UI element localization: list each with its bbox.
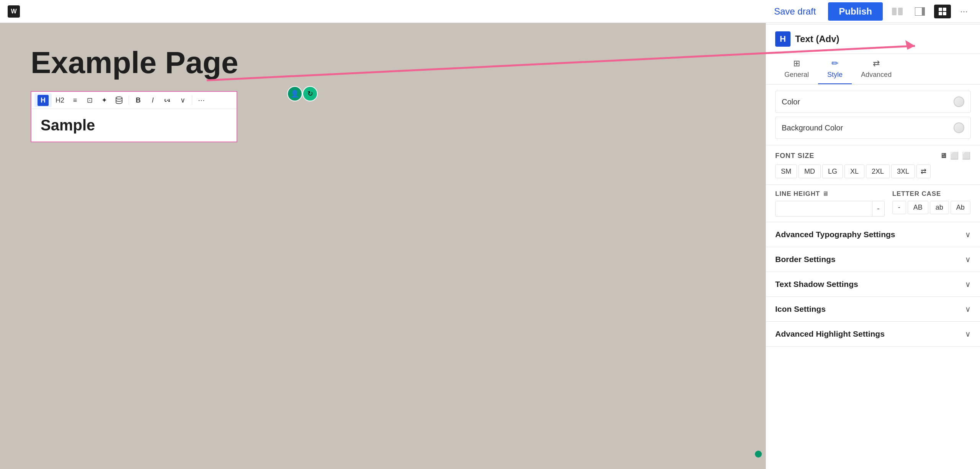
size-md-button[interactable]: MD: [799, 164, 821, 178]
toolbar-link-button[interactable]: [160, 93, 175, 107]
svg-rect-7: [943, 12, 946, 15]
toolbar-italic-button[interactable]: I: [146, 93, 160, 107]
toolbar-bold-button[interactable]: B: [131, 93, 145, 107]
avatar-1: 👤: [287, 86, 302, 101]
sidebar-toggle-button[interactable]: [912, 4, 928, 19]
wordpress-icon: W: [8, 5, 20, 18]
style-tab-icon: ✏: [831, 59, 838, 68]
block-type-icon: H: [775, 31, 791, 47]
color-option[interactable]: Color: [775, 91, 971, 113]
svg-rect-3: [922, 7, 925, 16]
style-tab-label: Style: [827, 71, 843, 79]
toolbar-db-button[interactable]: [112, 93, 126, 107]
advanced-highlight-settings-section[interactable]: Advanced Highlight Settings ∨: [766, 322, 980, 347]
toolbar-more-button[interactable]: ⋯: [194, 93, 208, 107]
size-3xl-button[interactable]: 3XL: [891, 164, 915, 178]
text-shadow-settings-section[interactable]: Text Shadow Settings ∨: [766, 272, 980, 297]
icon-settings-section[interactable]: Icon Settings ∨: [766, 297, 980, 322]
avatar-2: ↻: [302, 86, 318, 101]
toolbar-h2-button[interactable]: H2: [52, 93, 67, 107]
case-lowercase-button[interactable]: ab: [930, 201, 949, 214]
publish-button[interactable]: Publish: [828, 2, 883, 21]
general-tab-icon: ⊞: [793, 59, 800, 68]
svg-rect-6: [939, 12, 942, 15]
tab-advanced[interactable]: ⇄ Advanced: [852, 54, 901, 84]
font-size-icons: 🖥 ⬜ ⬜: [940, 151, 971, 160]
letter-case-group: LETTER CASE - AB ab Ab: [892, 190, 971, 214]
case-minus-button[interactable]: -: [892, 201, 906, 214]
line-height-letter-case-section: LINE HEIGHT 🖥 - LETTER CASE - AB ab Ab: [766, 185, 980, 222]
toolbar-h-button[interactable]: H: [34, 93, 52, 107]
block-type-label: Text (Adv): [795, 34, 840, 44]
chevron-down-icon-2: ∨: [965, 280, 971, 289]
line-height-input-row: -: [775, 201, 885, 217]
advanced-tab-icon: ⇄: [873, 59, 880, 68]
h-icon: H: [38, 95, 49, 106]
chevron-down-icon-4: ∨: [965, 329, 971, 339]
chevron-down-icon-1: ∨: [965, 255, 971, 264]
green-dot: [755, 451, 762, 458]
svg-rect-4: [939, 8, 942, 11]
general-tab-label: General: [784, 71, 809, 79]
tablet-icon: ⬜: [950, 151, 959, 160]
canvas-area: Example Page H H2 ≡ ⊡ ✦ B I: [0, 23, 766, 469]
size-custom-button[interactable]: ⇄: [916, 164, 931, 178]
background-color-swatch: [954, 122, 964, 133]
size-2xl-button[interactable]: 2XL: [866, 164, 890, 178]
size-buttons: SM MD LG XL 2XL 3XL ⇄: [775, 164, 971, 178]
advanced-typography-label: Advanced Typography Settings: [775, 230, 895, 239]
save-draft-button[interactable]: Save draft: [768, 3, 822, 20]
case-capitalize-button[interactable]: Ab: [951, 201, 970, 214]
block-editor: H H2 ≡ ⊡ ✦ B I: [31, 91, 237, 142]
toolbar-sparkle-button[interactable]: ✦: [97, 93, 111, 107]
more-options-button[interactable]: ⋯: [957, 4, 971, 19]
letter-case-buttons: - AB ab Ab: [892, 201, 971, 214]
tab-general[interactable]: ⊞ General: [775, 54, 818, 84]
letter-case-label: LETTER CASE: [892, 190, 971, 198]
toolbar-align-button[interactable]: ≡: [68, 93, 82, 107]
line-height-input[interactable]: [776, 202, 872, 216]
svg-rect-1: [898, 8, 903, 15]
svg-rect-0: [892, 8, 897, 15]
desktop-icon: 🖥: [940, 152, 947, 160]
font-size-label: FONT SIZE 🖥 ⬜ ⬜: [775, 151, 971, 160]
case-uppercase-button[interactable]: AB: [908, 201, 928, 214]
border-settings-label: Border Settings: [775, 255, 836, 264]
size-sm-button[interactable]: SM: [775, 164, 797, 178]
line-height-device-icon: 🖥: [822, 191, 829, 197]
chevron-down-icon-0: ∨: [965, 230, 971, 239]
toolbar-divider-2: [192, 96, 192, 105]
topbar: W Save draft Publish ⋯: [0, 0, 980, 23]
sidebar-icon: [915, 7, 925, 16]
view-toggle-button[interactable]: [889, 5, 906, 18]
style-tabs: ⊞ General ✏ Style ⇄ Advanced: [766, 54, 980, 85]
size-xl-button[interactable]: XL: [844, 164, 864, 178]
background-color-option[interactable]: Background Color: [775, 117, 971, 139]
block-icon-button[interactable]: [934, 5, 951, 18]
line-height-minus-button[interactable]: -: [872, 201, 884, 216]
toolbar-down-button[interactable]: ∨: [176, 93, 189, 107]
block-icon: [938, 7, 947, 16]
chevron-down-icon-3: ∨: [965, 305, 971, 314]
color-swatch: [954, 96, 964, 107]
block-content[interactable]: Sample: [31, 109, 237, 142]
tab-style[interactable]: ✏ Style: [818, 54, 852, 84]
view-icon: [892, 8, 903, 15]
db-icon: [115, 96, 123, 104]
toolbar-image-button[interactable]: ⊡: [83, 93, 96, 107]
svg-rect-5: [943, 8, 946, 11]
block-type-header: H Text (Adv): [766, 24, 980, 54]
text-shadow-label: Text Shadow Settings: [775, 280, 858, 289]
border-settings-section[interactable]: Border Settings ∨: [766, 247, 980, 272]
line-height-group: LINE HEIGHT 🖥 -: [775, 190, 885, 217]
toolbar-divider-1: [129, 96, 129, 105]
advanced-typography-section[interactable]: Advanced Typography Settings ∨: [766, 222, 980, 247]
link-icon: [163, 98, 172, 103]
block-toolbar: H H2 ≡ ⊡ ✦ B I: [31, 92, 237, 109]
size-lg-button[interactable]: LG: [822, 164, 843, 178]
icon-settings-label: Icon Settings: [775, 305, 826, 314]
page-title: Example Page: [31, 46, 735, 80]
advanced-highlight-label: Advanced Highlight Settings: [775, 329, 885, 339]
background-color-label: Background Color: [782, 124, 843, 132]
floating-avatars: 👤 ↻: [287, 86, 318, 101]
